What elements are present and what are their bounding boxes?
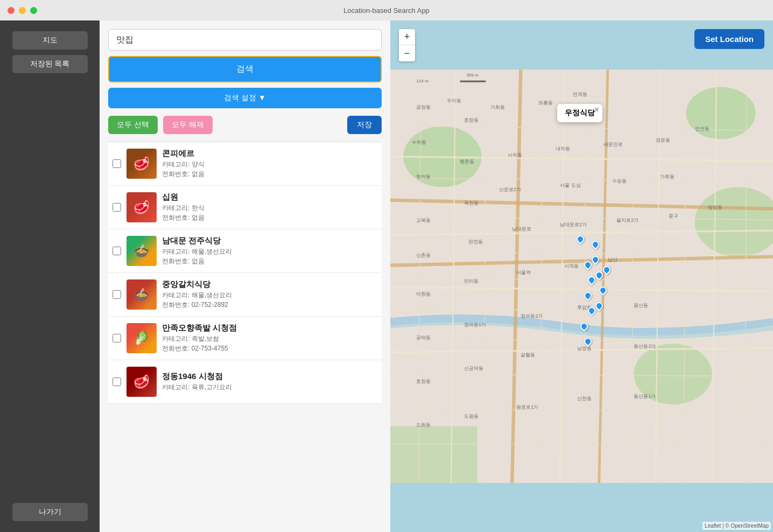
svg-text:신문로2가: 신문로2가 <box>499 187 521 192</box>
map-popup: 우정식당 ✕ <box>557 104 602 122</box>
result-item[interactable]: 🥩 십원 카테고리: 한식 전화번호: 없음 <box>108 186 382 229</box>
result-checkbox[interactable] <box>113 334 121 342</box>
minimize-button[interactable] <box>19 7 26 14</box>
result-image: 🥬 <box>127 323 157 353</box>
svg-text:효창동: 효창동 <box>464 117 479 123</box>
result-name: 정동1946 시청점 <box>162 372 377 382</box>
result-category: 카테고리: 족발,보쌈 <box>162 334 377 344</box>
svg-text:서울 도심: 서울 도심 <box>560 183 580 188</box>
sidebar-item-saved[interactable]: 저장된 목록 <box>12 55 88 73</box>
svg-rect-82 <box>460 80 486 82</box>
svg-text:연건동: 연건동 <box>695 126 709 131</box>
svg-text:내자동: 내자동 <box>556 146 570 151</box>
svg-text:아현동: 아현동 <box>416 291 431 297</box>
select-all-button[interactable]: 모두 선택 <box>108 116 158 134</box>
result-name: 남대문 전주식당 <box>162 236 377 246</box>
result-image: 🥩 <box>127 149 157 179</box>
main-panel: 검색 검색 설정 ▼ 모두 선택 모두 해제 저장 🥩 콘피에르 카테고리: 양… <box>100 20 773 532</box>
window-controls <box>8 7 37 14</box>
zoom-in-button[interactable]: + <box>399 29 415 45</box>
svg-text:남대문로2가: 남대문로2가 <box>560 222 587 227</box>
result-checkbox[interactable] <box>113 159 121 168</box>
svg-text:가회동: 가회동 <box>660 174 674 179</box>
search-input[interactable] <box>108 29 382 51</box>
svg-text:우이동: 우이동 <box>447 98 461 103</box>
result-checkbox[interactable] <box>113 377 121 386</box>
svg-text:도화동: 도화동 <box>416 422 431 428</box>
result-phone: 전화번호: 02-753-4755 <box>162 344 377 353</box>
svg-text:359 m: 359 m <box>466 73 479 78</box>
svg-text:수송동: 수송동 <box>612 178 627 184</box>
search-button[interactable]: 검색 <box>108 56 382 82</box>
svg-text:쌍림동: 쌍림동 <box>708 205 722 210</box>
svg-text:만리동: 만리동 <box>464 278 479 284</box>
result-name: 만족오향족발 시청점 <box>162 323 377 333</box>
result-category: 카테고리: 육류,고기요리 <box>162 383 377 392</box>
result-image: 🍲 <box>127 236 157 266</box>
set-location-button[interactable]: Set Location <box>694 29 764 49</box>
svg-text:중구: 중구 <box>669 213 678 219</box>
svg-rect-5 <box>390 426 477 483</box>
result-image: 🥩 <box>127 192 157 222</box>
result-phone: 전화번호: 없음 <box>162 257 377 266</box>
svg-text:누하동: 누하동 <box>412 139 426 145</box>
result-item[interactable]: 🍲 남대문 전주식당 카테고리: 해물,생선요리 전화번호: 없음 <box>108 229 382 273</box>
close-button[interactable] <box>8 7 15 14</box>
zoom-out-button[interactable]: − <box>399 45 415 61</box>
result-checkbox[interactable] <box>113 247 121 255</box>
map-zoom-controls: + − <box>399 29 415 61</box>
popup-close-button[interactable]: ✕ <box>594 106 599 114</box>
map-attribution: Leaflet | © OpenStreetMap <box>702 522 771 530</box>
svg-text:남대문로: 남대문로 <box>512 226 531 232</box>
maximize-button[interactable] <box>30 7 37 14</box>
svg-text:공덕동: 공덕동 <box>416 335 431 340</box>
action-row: 모두 선택 모두 해제 저장 <box>108 116 382 134</box>
result-category: 카테고리: 해물,생선요리 <box>162 291 377 300</box>
sidebar-exit-button[interactable]: 나가기 <box>12 503 88 521</box>
map-background[interactable]: 공정동 우이동 누하동 효창동 가회동 와룡동 연계동 현저동 행촌동 사직동 … <box>390 20 773 532</box>
search-settings-button[interactable]: 검색 설정 ▼ <box>108 88 382 108</box>
result-checkbox[interactable] <box>113 290 121 299</box>
svg-text:효창동: 효창동 <box>416 379 431 384</box>
result-name: 콘피에르 <box>162 149 377 159</box>
svg-text:연계동: 연계동 <box>573 92 587 97</box>
svg-text:용산동1가: 용산동1가 <box>634 394 656 399</box>
save-button[interactable]: 저장 <box>347 116 382 134</box>
svg-text:청파동1가: 청파동1가 <box>464 322 486 327</box>
svg-text:남산: 남산 <box>608 257 617 262</box>
result-item[interactable]: 🥩 콘피에르 카테고리: 양식 전화번호: 없음 <box>108 142 382 186</box>
svg-text:신촌동: 신촌동 <box>416 253 431 258</box>
result-category: 카테고리: 해물,생선요리 <box>162 247 377 256</box>
result-checkbox[interactable] <box>113 203 121 212</box>
result-phone: 전화번호: 없음 <box>162 170 377 179</box>
result-name: 십원 <box>162 192 377 202</box>
svg-text:갈월동: 갈월동 <box>521 352 535 358</box>
map-svg: 공정동 우이동 누하동 효창동 가회동 와룡동 연계동 현저동 행촌동 사직동 … <box>390 20 773 532</box>
result-item[interactable]: 🥬 만족오향족발 시청점 카테고리: 족발,보쌈 전화번호: 02-753-47… <box>108 317 382 360</box>
titlebar: Location-based Search App <box>0 0 773 20</box>
svg-text:용산동: 용산동 <box>634 303 648 308</box>
svg-text:사직동: 사직동 <box>508 152 522 158</box>
svg-text:천연동: 천연동 <box>468 239 483 244</box>
app-body: 지도 저장된 목록 나가기 검색 검색 설정 ▼ 모두 선택 모두 해제 저장 … <box>0 20 773 532</box>
results-list: 🥩 콘피에르 카테고리: 양식 전화번호: 없음 🥩 십원 카테고리: 한식 전… <box>108 142 382 523</box>
result-item[interactable]: 🍲 중앙갈치식당 카테고리: 해물,생선요리 전화번호: 02-752-2892 <box>108 273 382 317</box>
svg-text:남영동: 남영동 <box>577 346 592 351</box>
result-item[interactable]: 🥩 정동1946 시청점 카테고리: 육류,고기요리 <box>108 360 382 404</box>
svg-text:청파동2가: 청파동2가 <box>521 313 543 319</box>
svg-text:용산동2가: 용산동2가 <box>634 344 656 349</box>
svg-text:원효로1가: 원효로1가 <box>516 404 538 410</box>
svg-text:공정동: 공정동 <box>416 104 431 110</box>
svg-text:을지로2가: 을지로2가 <box>616 218 638 223</box>
result-category: 카테고리: 한식 <box>162 204 377 213</box>
svg-text:서계동: 서계동 <box>564 263 579 269</box>
svg-text:현저동: 현저동 <box>416 174 431 179</box>
deselect-button[interactable]: 모두 해제 <box>163 116 213 134</box>
sidebar-item-map[interactable]: 지도 <box>12 31 88 50</box>
svg-text:새문안로: 새문안로 <box>603 142 623 147</box>
svg-text:와룡동: 와룡동 <box>538 100 553 106</box>
result-image: 🥩 <box>127 367 157 397</box>
result-name: 중앙갈치식당 <box>162 279 377 290</box>
sidebar-bottom: 나가기 <box>12 503 88 521</box>
svg-text:경운동: 경운동 <box>656 137 670 143</box>
